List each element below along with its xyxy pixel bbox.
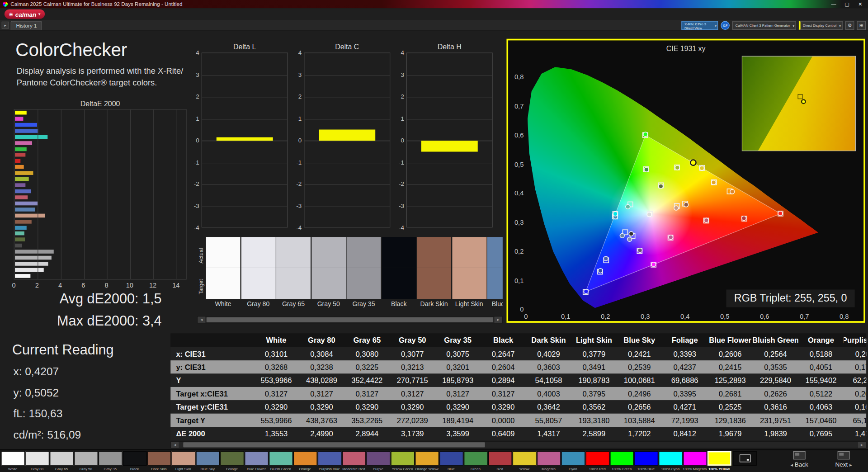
palette-swatch-orange-yellow[interactable]: Orange Yellow [415, 451, 439, 472]
tab-history-1[interactable]: History 1 [10, 21, 42, 30]
palette-swatch-purplish-blue[interactable]: Purplish Blue [317, 451, 342, 472]
palette-swatch-green[interactable]: Green [463, 451, 488, 472]
table-cell: 0,2647 [481, 347, 526, 360]
meter-mode: Direct View [684, 26, 712, 30]
meter-selector[interactable]: X-Rite i1Pro 3 Direct View ▾ [682, 21, 718, 30]
table-cell: 0,0000 [481, 414, 526, 427]
palette-swatch-moderate-red[interactable]: Moderate Red [342, 451, 366, 472]
palette-swatch-black[interactable]: Black [123, 451, 147, 472]
delta-tick-label: 3 [294, 71, 302, 78]
deltae-gridline [177, 109, 177, 279]
swatch-strip-side-labels: Actual Target [197, 237, 206, 299]
pattern-generator-selector[interactable]: CalMAN Client 3 Pattern Generator ▾ [732, 21, 796, 30]
cie-measured-marker [629, 231, 633, 236]
palette-swatch-yellow-green[interactable]: Yellow Green [390, 451, 415, 472]
deltae-tick-label: 0 [8, 281, 19, 289]
swatch-strip-scrollbar[interactable]: ◄ ► [197, 316, 503, 323]
palette-swatch-gray-80[interactable]: Gray 80 [25, 451, 49, 472]
meter-badge-icon[interactable]: i1P [721, 21, 730, 30]
actual-swatch [241, 237, 275, 268]
pattern-window-button[interactable] [733, 451, 757, 466]
table-cell: 157,0460 [798, 414, 844, 427]
calman-menu-button[interactable]: ✳ calman ▾ [5, 9, 45, 19]
scrollbar-thumb[interactable] [183, 442, 485, 447]
history-expand-icon[interactable]: ▸ [2, 22, 9, 29]
table-cell: 1,9679 [708, 427, 753, 440]
delta-chart-plot [202, 52, 288, 227]
table-cell: 1,3553 [254, 427, 299, 440]
palette-swatch-light-skin[interactable]: Light Skin [171, 451, 195, 472]
next-button[interactable]: Next ▸ [823, 451, 865, 472]
palette-swatch-dark-skin[interactable]: Dark Skin [146, 451, 171, 472]
palette-swatch-blue[interactable]: Blue [439, 451, 463, 472]
table-cell: 0,3127 [435, 387, 480, 400]
swatch-color [171, 451, 195, 466]
palette-swatch-gray-35[interactable]: Gray 35 [98, 451, 123, 472]
reading-y: y: 0,5052 [13, 387, 59, 399]
deltae-bar [15, 189, 31, 194]
close-icon[interactable]: ✕ [854, 0, 867, 8]
palette-swatch-100-blue[interactable]: 100% Blue [634, 451, 658, 472]
palette-swatch-cyan[interactable]: Cyan [561, 451, 585, 472]
inset-measured-marker [801, 99, 806, 104]
delta-tick-label: 1 [192, 115, 199, 122]
column-header: Bluish Green [753, 333, 798, 347]
palette-swatch-white[interactable]: White [0, 451, 25, 472]
palette-swatch-blue-flower[interactable]: Blue Flower [244, 451, 269, 472]
display-control-name: Direct Display Control [803, 23, 837, 27]
actual-swatch [347, 237, 381, 268]
delta-tick-label: -1 [396, 159, 404, 165]
actual-swatch [487, 237, 503, 268]
display-control-selector[interactable]: Direct Display Control ▾ [799, 21, 843, 30]
swatch-column: White [206, 235, 241, 311]
table-cell: 0,3080 [344, 347, 390, 360]
table-cell: 2,8944 [344, 427, 390, 440]
actual-swatch [452, 237, 486, 268]
minimize-icon[interactable]: — [827, 0, 840, 8]
scrollbar-left-arrow-icon[interactable]: ◄ [171, 442, 179, 448]
table-scrollbar[interactable]: ◄ ► [170, 441, 866, 448]
palette-swatch-gray-50[interactable]: Gray 50 [74, 451, 98, 472]
layout-grid-icon[interactable]: ⊞ [857, 21, 866, 30]
gear-icon[interactable]: ⚙ [845, 21, 854, 30]
palette-swatch-red[interactable]: Red [488, 451, 512, 472]
cie-x-tick-label: 0,3 [638, 313, 652, 321]
delta-gridline [202, 119, 288, 119]
swatch-color [366, 451, 390, 466]
palette-swatch-yellow[interactable]: Yellow [512, 451, 537, 472]
deltae-bars [15, 111, 186, 278]
delta-tick-label: -4 [294, 224, 302, 231]
palette-swatch-100-red[interactable]: 100% Red [585, 451, 609, 472]
back-button[interactable]: ◂ Back [778, 451, 821, 472]
column-header: Blue Flower [708, 333, 753, 347]
maximize-icon[interactable]: ▢ [840, 0, 854, 8]
swatch-strip: Actual Target WhiteGray 80Gray 65Gray 50… [197, 235, 503, 324]
palette-swatch-purple[interactable]: Purple [366, 451, 390, 472]
palette-swatch-bluish-green[interactable]: Bluish Green [269, 451, 293, 472]
palette-swatch-orange[interactable]: Orange [293, 451, 317, 472]
scrollbar-left-arrow-icon[interactable]: ◄ [198, 316, 205, 322]
palette-swatch-foliage[interactable]: Foliage [220, 451, 244, 472]
swatch-label: 100% Yellow [707, 466, 731, 472]
deltae-bar [15, 159, 21, 163]
palette-swatch-blue-sky[interactable]: Blue Sky [195, 451, 220, 472]
swatch-column: Gray 35 [347, 235, 381, 311]
delta-gridline [202, 97, 288, 97]
calman-app: Calman 2025 Calman Ultimate for Business… [0, 0, 868, 472]
cie-measured-marker [651, 262, 656, 267]
palette-swatch-100-green[interactable]: 100% Green [609, 451, 634, 472]
palette-swatch-100-yellow[interactable]: 100% Yellow [707, 451, 731, 472]
palette-swatch-gray-65[interactable]: Gray 65 [49, 451, 74, 472]
column-header: Purplish Blue [844, 333, 866, 347]
palette-swatch-magenta[interactable]: Magenta [537, 451, 561, 472]
scrollbar-right-arrow-icon[interactable]: ► [858, 442, 866, 448]
delta-tick-label: 2 [396, 93, 404, 100]
table-cell: 55,8057 [526, 414, 571, 427]
palette-swatch-100-magenta[interactable]: 100% Magenta [683, 451, 707, 472]
deltae-tick-label: 2 [32, 281, 42, 289]
scrollbar-thumb[interactable] [207, 317, 493, 322]
table-cell: 0,2604 [481, 360, 526, 373]
swatch-color [245, 451, 269, 466]
scrollbar-right-arrow-icon[interactable]: ► [494, 316, 502, 322]
palette-swatch-100-cyan[interactable]: 100% Cyan [658, 451, 683, 472]
